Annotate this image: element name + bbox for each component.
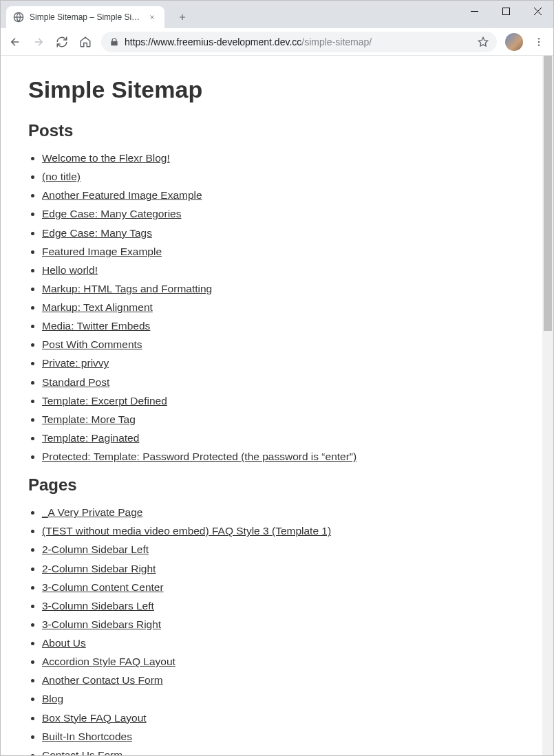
sitemap-link[interactable]: Featured Image Example — [42, 246, 162, 257]
list-item: Another Contact Us Form — [42, 671, 515, 689]
url-host: https://www.freemius-development.dev.cc — [125, 36, 301, 47]
list-item: Post With Comments — [42, 335, 515, 354]
section-heading: Posts — [28, 121, 515, 140]
sitemap-link[interactable]: 3-Column Sidebars Left — [42, 600, 154, 612]
svg-marker-2 — [478, 37, 487, 46]
svg-point-4 — [538, 41, 540, 42]
list-item: (no title) — [42, 167, 515, 186]
sitemap-link[interactable]: 2-Column Sidebar Left — [42, 543, 149, 555]
bookmark-star-icon[interactable] — [478, 36, 489, 47]
sitemap-link[interactable]: Another Contact Us Form — [42, 674, 163, 686]
sitemap-link[interactable]: Accordion Style FAQ Layout — [42, 656, 175, 667]
sitemap-link[interactable]: Edge Case: Many Tags — [42, 227, 152, 239]
globe-icon — [13, 12, 24, 23]
list-item: Private: privvy — [42, 354, 515, 372]
window-titlebar: Simple Sitemap – Simple Sitemap — [1, 1, 553, 28]
list-item: Contact Us Form — [42, 746, 515, 755]
list-item: Box Style FAQ Layout — [42, 709, 515, 727]
list-item: Template: Paginated — [42, 429, 515, 447]
lock-icon — [109, 37, 119, 47]
list-item: _A Very Private Page — [42, 503, 515, 521]
list-item: Hello world! — [42, 261, 515, 279]
page-content: Simple Sitemap PostsWelcome to the Flexr… — [1, 56, 542, 755]
window-close-button[interactable] — [522, 1, 553, 21]
sitemap-link[interactable]: 2-Column Sidebar Right — [42, 563, 156, 574]
sitemap-link[interactable]: About Us — [42, 637, 86, 649]
kebab-menu-icon[interactable] — [529, 32, 549, 52]
url-text: https://www.freemius-development.dev.cc/… — [125, 36, 472, 47]
section-list: Welcome to the Flexr Blog!(no title)Anot… — [28, 149, 515, 466]
list-item: Template: Excerpt Defined — [42, 391, 515, 410]
list-item: Markup: HTML Tags and Formatting — [42, 279, 515, 298]
forward-button[interactable] — [28, 32, 49, 52]
sitemap-link[interactable]: Standard Post — [42, 376, 109, 388]
sitemap-link[interactable]: Template: Excerpt Defined — [42, 395, 167, 407]
section-heading: Pages — [28, 475, 515, 495]
sitemap-link[interactable]: 3-Column Content Center — [42, 581, 164, 593]
list-item: (TEST without media video embed) FAQ Sty… — [42, 521, 515, 540]
sitemap-link[interactable]: Built-In Shortcodes — [42, 731, 132, 742]
list-item: About Us — [42, 634, 515, 652]
sitemap-link[interactable]: Contact Us Form — [42, 749, 122, 755]
sitemap-link[interactable]: Box Style FAQ Layout — [42, 712, 147, 724]
list-item: 3-Column Sidebars Left — [42, 596, 515, 615]
list-item: 3-Column Sidebars Right — [42, 615, 515, 634]
sitemap-link[interactable]: Hello world! — [42, 264, 98, 276]
list-item: Accordion Style FAQ Layout — [42, 652, 515, 671]
sitemap-link[interactable]: Private: privvy — [42, 357, 109, 369]
minimize-button[interactable] — [458, 1, 490, 21]
sitemap-link[interactable]: Markup: Text Alignment — [42, 301, 153, 313]
vertical-scrollbar[interactable] — [542, 56, 553, 755]
svg-point-3 — [538, 38, 540, 39]
list-item: Built-In Shortcodes — [42, 727, 515, 746]
new-tab-button[interactable] — [173, 8, 192, 27]
list-item: Featured Image Example — [42, 242, 515, 261]
browser-toolbar: https://www.freemius-development.dev.cc/… — [1, 28, 553, 56]
page-title: Simple Sitemap — [28, 76, 515, 103]
svg-rect-1 — [502, 8, 509, 14]
reload-button[interactable] — [52, 32, 72, 52]
sitemap-link[interactable]: Media: Twitter Embeds — [42, 320, 150, 332]
sitemap-link[interactable]: Markup: HTML Tags and Formatting — [42, 283, 212, 294]
sitemap-link[interactable]: Protected: Template: Password Protected … — [42, 451, 356, 462]
sitemap-link[interactable]: Another Featured Image Example — [42, 189, 202, 201]
list-item: 2-Column Sidebar Right — [42, 559, 515, 578]
list-item: Markup: Text Alignment — [42, 298, 515, 316]
list-item: Template: More Tag — [42, 410, 515, 429]
profile-avatar[interactable] — [505, 33, 523, 51]
url-path: /simple-sitemap/ — [301, 36, 372, 47]
list-item: Welcome to the Flexr Blog! — [42, 149, 515, 167]
list-item: Standard Post — [42, 373, 515, 391]
section-list: _A Very Private Page(TEST without media … — [28, 503, 515, 755]
sitemap-link[interactable]: _A Very Private Page — [42, 506, 142, 518]
sitemap-link[interactable]: Template: More Tag — [42, 413, 136, 425]
address-bar[interactable]: https://www.freemius-development.dev.cc/… — [101, 32, 497, 52]
window-controls — [458, 1, 553, 21]
sitemap-link[interactable]: 3-Column Sidebars Right — [42, 618, 161, 630]
svg-point-5 — [538, 44, 540, 45]
home-button[interactable] — [75, 32, 96, 52]
back-button[interactable] — [5, 32, 25, 52]
page-viewport: Simple Sitemap PostsWelcome to the Flexr… — [1, 56, 553, 755]
list-item: 2-Column Sidebar Left — [42, 540, 515, 559]
list-item: Media: Twitter Embeds — [42, 316, 515, 335]
maximize-button[interactable] — [490, 1, 522, 21]
list-item: Another Featured Image Example — [42, 186, 515, 204]
sitemap-link[interactable]: Blog — [42, 693, 63, 704]
list-item: Edge Case: Many Tags — [42, 224, 515, 242]
list-item: Edge Case: Many Categories — [42, 204, 515, 223]
tab-title: Simple Sitemap – Simple Sitemap — [30, 12, 141, 22]
browser-tab[interactable]: Simple Sitemap – Simple Sitemap — [6, 6, 164, 28]
list-item: Blog — [42, 689, 515, 708]
sitemap-link[interactable]: (TEST without media video embed) FAQ Sty… — [42, 525, 331, 537]
sitemap-link[interactable]: Post With Comments — [42, 338, 142, 350]
close-icon[interactable] — [147, 12, 158, 23]
sitemap-link[interactable]: Edge Case: Many Categories — [42, 208, 181, 219]
list-item: 3-Column Content Center — [42, 578, 515, 596]
sitemap-link[interactable]: (no title) — [42, 171, 81, 182]
sitemap-link[interactable]: Template: Paginated — [42, 432, 139, 444]
sitemap-link[interactable]: Welcome to the Flexr Blog! — [42, 152, 170, 164]
list-item: Protected: Template: Password Protected … — [42, 447, 515, 466]
scrollbar-thumb[interactable] — [544, 56, 552, 331]
